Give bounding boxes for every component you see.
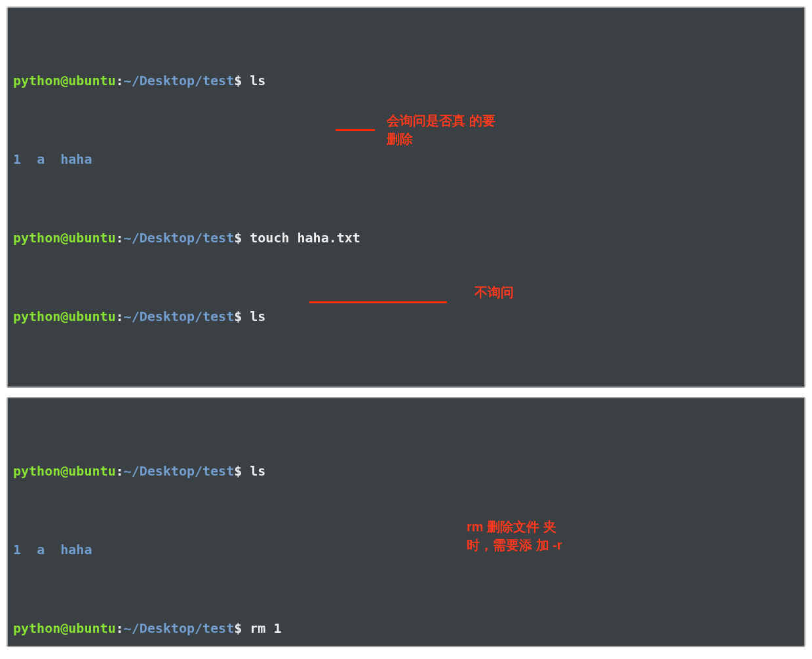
terminal-line: python@ubuntu:~/Desktop/test$ ls bbox=[13, 71, 799, 90]
prompt-user: python bbox=[13, 73, 60, 88]
annotation-noask: 不询问 bbox=[474, 283, 514, 301]
terminal-panel-2[interactable]: python@ubuntu:~/Desktop/test$ ls 1 a hah… bbox=[7, 397, 805, 647]
command-rm-1: rm 1 bbox=[250, 620, 281, 636]
file-haha-txt: haha.txt bbox=[108, 387, 171, 388]
ls-output: 1 a haha bbox=[13, 540, 799, 559]
ls-output: 1 a haha bbox=[13, 149, 799, 169]
terminal-line: python@ubuntu:~/Desktop/test$ ls bbox=[13, 461, 799, 481]
command-ls: ls bbox=[250, 463, 265, 479]
ls-output: 1 a haha haha.txt bbox=[13, 385, 799, 388]
prompt-at: @ bbox=[60, 73, 68, 88]
terminal-line: python@ubuntu:~/Desktop/test$ rm 1 bbox=[13, 618, 799, 638]
prompt-path: ~/Desktop/test bbox=[124, 73, 235, 88]
underline-rm-plain bbox=[309, 301, 447, 303]
underline-rm-i bbox=[336, 129, 375, 131]
prompt-dollar: $ bbox=[234, 73, 242, 88]
terminal-panel-1[interactable]: python@ubuntu:~/Desktop/test$ ls 1 a hah… bbox=[7, 7, 805, 388]
command-touch: touch haha.txt bbox=[250, 230, 360, 246]
command-ls: ls bbox=[250, 309, 265, 324]
dir-1: 1 bbox=[13, 151, 21, 167]
annotation-ask: 会询问是否真 的要删除 bbox=[387, 111, 498, 148]
dir-a: a bbox=[37, 151, 45, 167]
prompt-colon: : bbox=[116, 73, 124, 88]
terminal-line: python@ubuntu:~/Desktop/test$ touch haha… bbox=[13, 228, 799, 248]
prompt-host: ubuntu bbox=[68, 73, 115, 88]
annotation-rm-r: rm 删除文件 夹时，需要添 加 -r bbox=[467, 518, 571, 554]
command-ls: ls bbox=[250, 73, 265, 88]
dir-haha: haha bbox=[60, 151, 92, 167]
terminal-line: python@ubuntu:~/Desktop/test$ ls bbox=[13, 307, 799, 326]
